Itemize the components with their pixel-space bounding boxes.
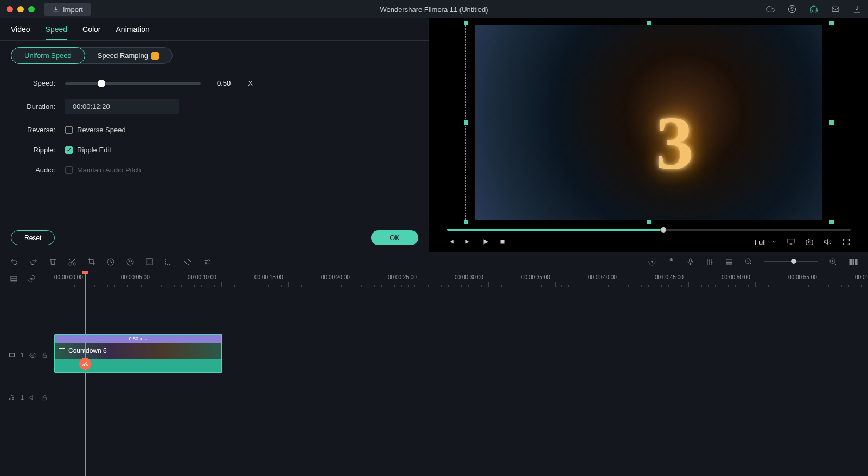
video-track-1[interactable]: 0.50 x ⌄ Countdown 6 bbox=[54, 334, 868, 376]
volume-icon[interactable] bbox=[824, 237, 832, 246]
next-frame-icon[interactable] bbox=[464, 238, 472, 246]
svg-rect-25 bbox=[850, 259, 852, 265]
reverse-checkbox[interactable] bbox=[65, 126, 73, 134]
keyframe-icon[interactable] bbox=[183, 258, 192, 266]
ok-button[interactable]: OK bbox=[371, 230, 418, 245]
adjust-icon[interactable] bbox=[203, 258, 212, 266]
svg-rect-22 bbox=[726, 262, 732, 264]
zoom-out-icon[interactable] bbox=[744, 258, 753, 266]
mail-icon[interactable] bbox=[831, 5, 840, 14]
handle-bl[interactable] bbox=[464, 220, 468, 224]
speed-slider[interactable] bbox=[65, 82, 201, 85]
greenscreen-icon[interactable] bbox=[145, 258, 154, 266]
zoom-in-icon[interactable] bbox=[829, 258, 838, 266]
svg-point-35 bbox=[12, 398, 14, 400]
playhead-handle[interactable] bbox=[82, 271, 88, 274]
preview-progress[interactable]: { } 00:00:02:07 bbox=[447, 229, 851, 231]
cloud-icon[interactable] bbox=[766, 5, 775, 14]
marker-icon[interactable] bbox=[667, 258, 675, 266]
render-icon[interactable] bbox=[648, 258, 656, 266]
timeline-toolbar bbox=[0, 252, 868, 271]
clip-name: Countdown 6 bbox=[68, 347, 107, 355]
speed-ramping-label: Speed Ramping bbox=[98, 52, 148, 60]
audio-checkbox bbox=[65, 166, 73, 174]
crop-icon[interactable] bbox=[87, 258, 95, 266]
audio-track-1[interactable] bbox=[54, 376, 868, 419]
color-tool-icon[interactable] bbox=[126, 258, 135, 266]
maximize-window-button[interactable] bbox=[28, 6, 35, 12]
zoom-fit-icon[interactable] bbox=[848, 258, 858, 266]
redo-icon[interactable] bbox=[29, 258, 38, 266]
delete-icon[interactable] bbox=[49, 258, 57, 266]
fullscreen-icon[interactable] bbox=[842, 237, 851, 246]
playhead[interactable] bbox=[85, 271, 86, 476]
ruler-tick: 00:00:25:00 bbox=[388, 274, 417, 280]
svg-rect-5 bbox=[806, 240, 813, 245]
stop-icon[interactable] bbox=[499, 239, 506, 245]
tab-video[interactable]: Video bbox=[11, 25, 30, 40]
eye-icon[interactable] bbox=[29, 352, 36, 359]
account-icon[interactable] bbox=[788, 5, 796, 14]
tab-speed[interactable]: Speed bbox=[46, 25, 67, 40]
duration-field[interactable]: 00:00:12:20 bbox=[65, 99, 179, 114]
voiceover-icon[interactable] bbox=[686, 258, 694, 266]
chevron-down-icon bbox=[771, 239, 777, 245]
handle-br[interactable] bbox=[829, 220, 834, 224]
timeline-tracks[interactable]: 00:00:00:0000:00:05:0000:00:10:0000:00:1… bbox=[54, 271, 868, 476]
handle-tl[interactable] bbox=[464, 21, 468, 25]
handle-bc[interactable] bbox=[647, 220, 651, 224]
ripple-checkbox[interactable]: ✓ bbox=[65, 146, 73, 154]
link-icon[interactable] bbox=[28, 275, 36, 283]
check-icon: ✓ bbox=[67, 146, 72, 153]
timeline-ruler[interactable]: 00:00:00:0000:00:05:0000:00:10:0000:00:1… bbox=[54, 271, 868, 287]
monitor-icon[interactable] bbox=[787, 237, 795, 246]
handle-ml[interactable] bbox=[464, 120, 468, 125]
ruler-tick: 00:00:20:00 bbox=[321, 274, 350, 280]
progress-thumb[interactable] bbox=[661, 227, 666, 233]
svg-point-19 bbox=[652, 261, 653, 262]
uniform-speed-tab[interactable]: Uniform Speed bbox=[11, 47, 85, 64]
svg-rect-20 bbox=[690, 259, 692, 262]
track-size-icon[interactable] bbox=[725, 258, 733, 266]
quality-label: Full bbox=[755, 238, 766, 246]
lock-icon[interactable] bbox=[42, 352, 48, 358]
mask-icon[interactable] bbox=[164, 258, 173, 266]
close-window-button[interactable] bbox=[7, 6, 13, 12]
prev-frame-icon[interactable] bbox=[447, 238, 455, 246]
playhead-cut-icon[interactable] bbox=[79, 358, 91, 370]
import-button[interactable]: Import bbox=[44, 3, 91, 16]
manage-tracks-icon[interactable] bbox=[10, 275, 18, 283]
download-icon[interactable] bbox=[853, 5, 861, 14]
cut-icon[interactable] bbox=[68, 258, 76, 266]
duration-row: Duration: 00:00:12:20 bbox=[11, 99, 418, 114]
speed-ramping-tab[interactable]: Speed Ramping bbox=[85, 48, 172, 63]
play-icon[interactable] bbox=[482, 238, 489, 246]
clip-countdown[interactable]: 0.50 x ⌄ Countdown 6 bbox=[54, 334, 222, 373]
speed-value[interactable]: 0.50 bbox=[217, 79, 231, 87]
tab-color[interactable]: Color bbox=[82, 25, 100, 40]
tab-animation[interactable]: Animation bbox=[116, 25, 150, 40]
mute-icon[interactable] bbox=[29, 394, 36, 401]
lock-icon[interactable] bbox=[42, 395, 48, 401]
zoom-slider[interactable] bbox=[764, 261, 818, 262]
speed-slider-thumb[interactable] bbox=[98, 80, 105, 87]
preview-canvas[interactable]: 3 bbox=[434, 21, 864, 224]
ruler-tick: 00:00:55:00 bbox=[788, 274, 817, 280]
audio-track-icon bbox=[9, 394, 15, 401]
quality-select[interactable]: Full bbox=[755, 238, 777, 246]
handle-tr[interactable] bbox=[829, 21, 834, 25]
minimize-window-button[interactable] bbox=[17, 6, 24, 12]
speed-tool-icon[interactable] bbox=[106, 258, 115, 266]
headphones-icon[interactable] bbox=[809, 5, 818, 14]
svg-rect-36 bbox=[43, 397, 46, 400]
clip-speed-badge: 0.50 x ⌄ bbox=[55, 335, 221, 343]
zoom-thumb[interactable] bbox=[791, 259, 796, 264]
mixer-icon[interactable] bbox=[705, 258, 714, 266]
reset-button[interactable]: Reset bbox=[11, 230, 55, 245]
titlebar: Import Wondershare Filmora 11 (Untitled) bbox=[0, 0, 868, 18]
handle-mr[interactable] bbox=[829, 120, 834, 125]
undo-icon[interactable] bbox=[10, 258, 18, 266]
ripple-checkbox-label: Ripple Edit bbox=[77, 146, 111, 154]
snapshot-icon[interactable] bbox=[805, 237, 814, 246]
svg-rect-14 bbox=[148, 260, 151, 263]
